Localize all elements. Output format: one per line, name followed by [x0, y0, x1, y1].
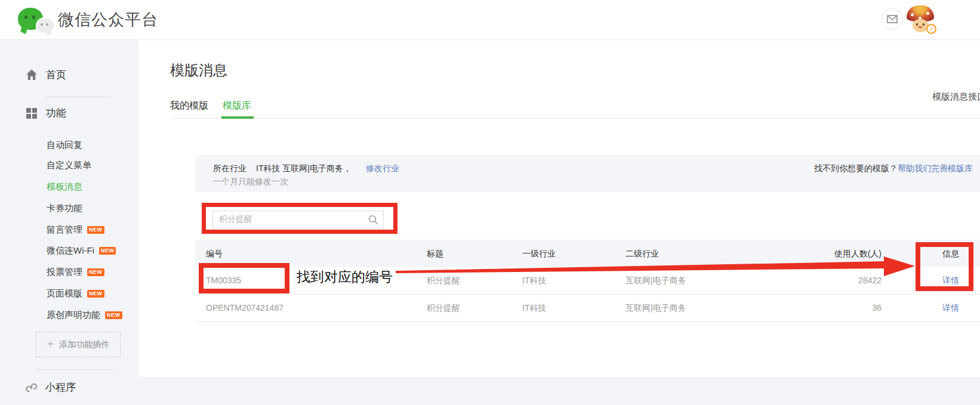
- plus-icon: +: [47, 338, 54, 351]
- sidebar-divider: [46, 97, 110, 97]
- detail-link[interactable]: 详情: [929, 295, 972, 321]
- cell-title: 积分提醒: [427, 295, 460, 321]
- tab-my-templates[interactable]: 我的模版: [170, 100, 208, 112]
- envelope-icon: [887, 15, 898, 23]
- sidebar-divider: [36, 369, 113, 370]
- screen: 微信公众平台 ✓ 首页 功能 自动回复 自定义菜单: [0, 0, 980, 405]
- header-users: 使用人数(人): [834, 240, 882, 267]
- industry-info-bar: 所在行业IT科技 互联网|电子商务，修改行业 一个月只能修改一次 找不到你想要的…: [195, 155, 980, 192]
- sidebar-item-template-message[interactable]: 模板消息: [47, 181, 82, 193]
- sidebar-item-vote-management[interactable]: 投票管理NEW: [47, 267, 104, 278]
- header-industry1: 一级行业: [522, 240, 556, 267]
- page-title: 模版消息: [170, 61, 227, 80]
- industry-note: 一个月只能修改一次: [213, 177, 288, 187]
- mail-button[interactable]: [882, 8, 903, 30]
- annotation-note-text: 找到对应的编号: [297, 268, 393, 286]
- cell-users: 28422: [858, 267, 882, 294]
- table-header-row: 编号 标题 一级行业 二级行业 使用人数(人) 信息: [195, 240, 980, 267]
- sidebar-item-home[interactable]: 首页: [26, 68, 66, 82]
- wechat-logo-icon: [18, 7, 55, 33]
- edit-industry-link[interactable]: 修改行业: [366, 163, 399, 173]
- tab-template-library[interactable]: 模版库: [223, 100, 251, 112]
- annotation-box-info-column: [916, 242, 973, 291]
- cell-template-id: OPENTM207421487: [206, 295, 283, 321]
- header-title: 标题: [427, 240, 443, 267]
- sidebar-item-comment-management[interactable]: 留言管理NEW: [47, 224, 104, 236]
- new-badge: NEW: [87, 226, 104, 234]
- avatar[interactable]: ✓: [906, 5, 935, 33]
- add-plugin-button[interactable]: + 添加功能插件: [36, 332, 121, 357]
- active-tab-underline: [221, 116, 254, 119]
- header-industry2: 二级行业: [625, 240, 659, 267]
- cell-industry2: 互联网|电子商务: [625, 295, 686, 321]
- table-row: OPENTM207421487 积分提醒 IT科技 互联网|电子商务 36 详情: [195, 295, 980, 322]
- template-message-api-link[interactable]: 模版消息接口: [932, 91, 980, 103]
- help-question-text: 找不到你想要的模版？: [814, 163, 898, 173]
- topbar: 微信公众平台 ✓: [0, 0, 980, 40]
- add-plugin-label: 添加功能插件: [59, 339, 109, 350]
- sidebar-home-label: 首页: [46, 68, 66, 82]
- sidebar-item-page-template[interactable]: 页面模版NEW: [47, 288, 104, 299]
- cell-users: 36: [872, 295, 882, 321]
- app-title: 微信公众平台: [58, 9, 158, 30]
- sidebar-item-card-coupon[interactable]: 卡券功能: [47, 203, 82, 214]
- new-badge: NEW: [99, 247, 116, 255]
- sidebar-item-mini-program[interactable]: 小程序: [25, 381, 76, 394]
- sidebar-item-auto-reply[interactable]: 自动回复: [47, 140, 82, 151]
- home-icon: [26, 69, 38, 81]
- new-badge: NEW: [105, 311, 122, 319]
- grid-icon: [26, 107, 38, 119]
- industry-value: IT科技 互联网|电子商务，: [256, 163, 352, 173]
- cell-title: 积分提醒: [427, 267, 460, 294]
- sidebar-item-features[interactable]: 功能: [26, 106, 66, 120]
- new-badge: NEW: [87, 268, 104, 276]
- cell-industry1: IT科技: [522, 295, 546, 321]
- annotation-box-search: [202, 203, 397, 234]
- mini-program-label: 小程序: [45, 381, 76, 394]
- tab-divider: [170, 118, 980, 119]
- industry-label: 所在行业: [213, 163, 246, 173]
- verified-check-badge: ✓: [926, 24, 936, 34]
- improve-library-link[interactable]: 帮助我们完善模版库: [898, 163, 973, 173]
- cell-industry1: IT科技: [522, 267, 546, 294]
- sidebar-item-custom-menu[interactable]: 自定义菜单: [47, 160, 91, 171]
- sidebar-item-wifi[interactable]: 微信连Wi-FiNEW: [47, 245, 116, 256]
- new-badge: NEW: [87, 290, 104, 298]
- mini-program-icon: [25, 382, 37, 394]
- sidebar-features-label: 功能: [46, 106, 66, 120]
- sidebar-item-original-statement[interactable]: 原创声明功能NEW: [47, 310, 122, 321]
- annotation-box-template-id: [199, 263, 289, 293]
- cell-industry2: 互联网|电子商务: [625, 267, 686, 294]
- avatar-mushroom-face: [913, 19, 928, 32]
